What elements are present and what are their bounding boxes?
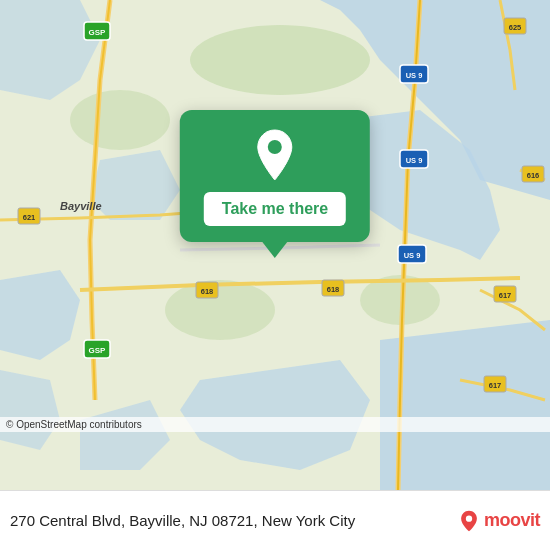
svg-text:US 9: US 9 bbox=[404, 251, 421, 260]
svg-text:617: 617 bbox=[489, 381, 502, 390]
svg-text:618: 618 bbox=[327, 285, 340, 294]
popup-card: Take me there bbox=[180, 110, 370, 242]
info-bar: 270 Central Blvd, Bayville, NJ 08721, Ne… bbox=[0, 490, 550, 550]
svg-text:GSP: GSP bbox=[89, 28, 107, 37]
svg-point-2 bbox=[70, 90, 170, 150]
moovit-pin-icon bbox=[458, 510, 480, 532]
address-text: 270 Central Blvd, Bayville, NJ 08721, Ne… bbox=[10, 512, 458, 529]
svg-text:621: 621 bbox=[23, 213, 36, 222]
svg-point-30 bbox=[268, 140, 282, 154]
svg-text:Bayville: Bayville bbox=[60, 200, 102, 212]
svg-text:GSP: GSP bbox=[89, 346, 107, 355]
moovit-logo: moovit bbox=[458, 510, 540, 532]
svg-text:616: 616 bbox=[527, 171, 540, 180]
svg-point-1 bbox=[190, 25, 370, 95]
svg-point-4 bbox=[165, 280, 275, 340]
location-pin-icon bbox=[253, 128, 297, 182]
svg-text:625: 625 bbox=[509, 23, 522, 32]
svg-point-31 bbox=[466, 515, 472, 521]
map-container: GSP GSP US 9 US 9 US 9 621 625 618 618 6… bbox=[0, 0, 550, 490]
attribution-text: © OpenStreetMap contributors bbox=[6, 419, 142, 430]
svg-text:617: 617 bbox=[499, 291, 512, 300]
svg-text:US 9: US 9 bbox=[406, 71, 423, 80]
moovit-brand-text: moovit bbox=[484, 510, 540, 531]
attribution-bar: © OpenStreetMap contributors bbox=[0, 417, 550, 432]
take-me-there-button[interactable]: Take me there bbox=[204, 192, 346, 226]
svg-text:US 9: US 9 bbox=[406, 156, 423, 165]
svg-text:618: 618 bbox=[201, 287, 214, 296]
